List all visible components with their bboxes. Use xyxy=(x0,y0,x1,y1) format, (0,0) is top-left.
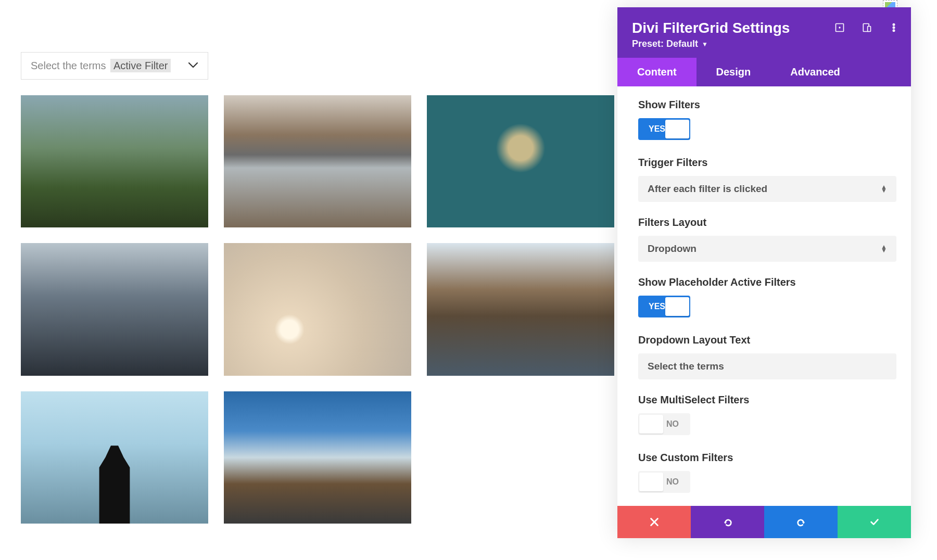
field-use-multiselect: Use MultiSelect Filters NO xyxy=(638,393,896,437)
tab-design[interactable]: Design xyxy=(697,58,771,86)
svg-rect-3 xyxy=(868,27,871,32)
grid-item[interactable] xyxy=(427,95,614,227)
settings-panel: Divi FilterGrid Settings Preset: Default… xyxy=(617,7,911,538)
more-options-icon[interactable] xyxy=(888,22,900,33)
field-dropdown-layout-text: Dropdown Layout Text xyxy=(638,333,896,379)
filters-layout-select[interactable]: Dropdown ▲▼ xyxy=(638,236,896,262)
field-use-custom-filters: Use Custom Filters NO xyxy=(638,451,896,495)
select-arrows-icon: ▲▼ xyxy=(881,245,887,252)
field-label: Dropdown Layout Text xyxy=(638,333,805,347)
field-label: Show Filters xyxy=(638,98,805,112)
svg-point-1 xyxy=(839,27,840,28)
filter-placeholder-text: Select the terms xyxy=(31,60,106,71)
grid-item[interactable] xyxy=(21,243,208,375)
show-placeholder-active-toggle[interactable]: YES xyxy=(638,296,690,317)
cancel-button[interactable] xyxy=(617,506,691,538)
terms-filter-dropdown[interactable]: Select the terms Active Filter xyxy=(21,52,208,80)
svg-point-5 xyxy=(893,27,894,28)
select-arrows-icon: ▲▼ xyxy=(881,185,887,193)
tab-content[interactable]: Content xyxy=(617,58,697,86)
field-label: Use Custom Filters xyxy=(638,451,805,465)
undo-button[interactable] xyxy=(691,506,764,538)
panel-footer xyxy=(617,506,911,538)
use-multiselect-toggle[interactable]: NO xyxy=(638,413,690,435)
tab-advanced[interactable]: Advanced xyxy=(770,58,860,86)
field-label: Trigger Filters xyxy=(638,156,805,170)
field-label: Show Placeholder Active Filters xyxy=(638,275,805,289)
panel-header: Divi FilterGrid Settings Preset: Default… xyxy=(617,7,911,58)
field-label: Filters Layout xyxy=(638,215,805,230)
grid-item[interactable] xyxy=(427,243,614,375)
grid-item[interactable] xyxy=(224,243,411,375)
field-filters-layout: Filters Layout Dropdown ▲▼ xyxy=(638,215,896,262)
panel-tabs: Content Design Advanced xyxy=(617,58,911,86)
expand-icon[interactable] xyxy=(834,22,845,33)
grid-item[interactable] xyxy=(224,391,411,524)
responsive-preview-icon[interactable] xyxy=(861,22,872,33)
chevron-down-icon xyxy=(188,60,198,71)
grid-item[interactable] xyxy=(21,391,208,524)
caret-down-icon: ▼ xyxy=(702,41,708,48)
dropdown-layout-text-input[interactable] xyxy=(638,353,896,379)
show-filters-toggle[interactable]: YES xyxy=(638,118,690,140)
panel-body[interactable]: Show Filters YES Trigger Filters After e… xyxy=(617,86,911,506)
field-trigger-filters: Trigger Filters After each filter is cli… xyxy=(638,156,896,202)
redo-button[interactable] xyxy=(764,506,838,538)
trigger-filters-select[interactable]: After each filter is clicked ▲▼ xyxy=(638,176,896,202)
grid-item[interactable] xyxy=(224,95,411,227)
image-grid xyxy=(21,95,614,524)
grid-item[interactable] xyxy=(21,95,208,227)
field-show-placeholder-active: Show Placeholder Active Filters YES xyxy=(638,275,896,320)
field-show-filters: Show Filters YES xyxy=(638,98,896,142)
svg-point-6 xyxy=(893,30,894,31)
field-label: Use MultiSelect Filters xyxy=(638,393,805,407)
use-custom-filters-toggle[interactable]: NO xyxy=(638,471,690,493)
preset-selector[interactable]: Preset: Default ▼ xyxy=(632,39,896,49)
save-button[interactable] xyxy=(838,506,911,538)
main-content-area: Select the terms Active Filter xyxy=(0,0,614,544)
active-filter-chip: Active Filter xyxy=(110,59,171,72)
svg-point-4 xyxy=(893,24,894,26)
